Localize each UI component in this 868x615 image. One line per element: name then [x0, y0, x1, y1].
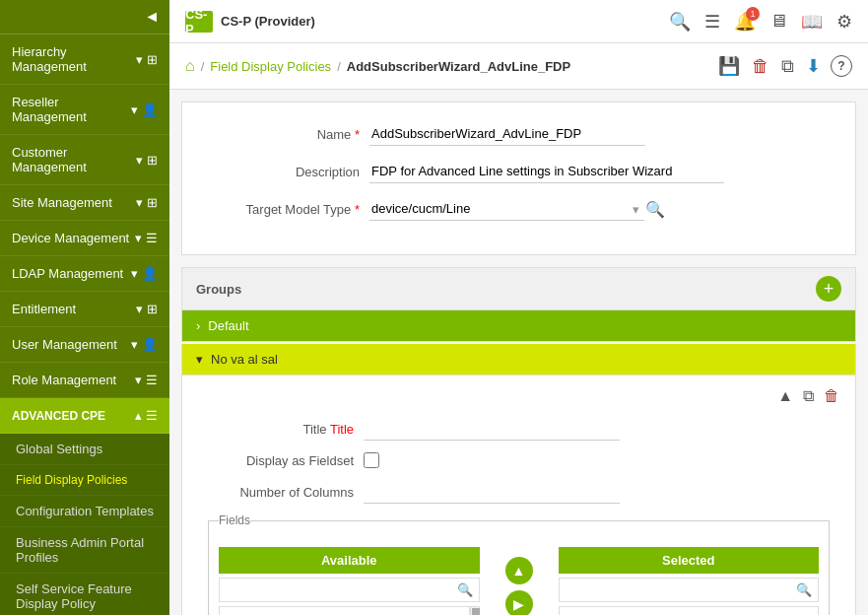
person-icon: 👤: [142, 266, 158, 281]
sidebar-item-label: Hierarchy Management: [12, 44, 136, 74]
sidebar-item-device[interactable]: Device Management ▾ ☰: [0, 221, 169, 256]
subgroup-actions: ▲ ⧉ 🗑: [196, 385, 841, 407]
breadcrumb: ⌂ / Field Display Policies / AddSubscrib…: [169, 43, 868, 90]
sidebar-sub-item-config-templates[interactable]: Configuration Templates: [0, 496, 169, 527]
fields-available-search: 🔍: [219, 578, 480, 602]
notification-icon[interactable]: 🔔 1: [734, 11, 756, 33]
chevron-up-icon: ▴: [135, 408, 142, 423]
gear-icon[interactable]: ⚙: [836, 11, 852, 33]
sidebar-item-user[interactable]: User Management ▾ 👤: [0, 327, 169, 363]
sidebar-item-label: LDAP Management: [12, 266, 123, 281]
book-icon[interactable]: 📖: [801, 11, 823, 33]
list-item[interactable]: aarDestinationMask: [220, 607, 469, 615]
fields-selected-search-input[interactable]: [560, 580, 791, 601]
group-highlighted-label: No va al sal: [211, 352, 278, 367]
list-icon[interactable]: ☰: [704, 11, 720, 33]
subgroup-copy-button[interactable]: ⧉: [801, 385, 816, 407]
breadcrumb-link1[interactable]: Field Display Policies: [210, 59, 331, 74]
subgroup-title-input[interactable]: [364, 417, 620, 441]
subgroup-fieldset-checkbox[interactable]: [364, 452, 379, 468]
sidebar-item-label: Device Management: [12, 231, 129, 245]
group-default-row: › Default: [181, 310, 856, 342]
group-expand-icon: ›: [196, 318, 200, 333]
sidebar-item-ldap[interactable]: LDAP Management ▾ 👤: [0, 256, 169, 292]
form-row-description: Description: [202, 160, 835, 183]
brand: CS-P CS-P (Provider): [185, 11, 315, 33]
fields-legend: Fields: [219, 513, 250, 527]
transfer-up-button[interactable]: ▲: [505, 557, 533, 584]
save-button[interactable]: 💾: [716, 53, 742, 79]
monitor-icon[interactable]: 🖥: [769, 11, 787, 32]
subgroup-fieldset-row: Display as Fieldset: [196, 452, 841, 468]
sidebar-header: ◄: [0, 0, 169, 34]
help-button[interactable]: ?: [831, 55, 852, 77]
sidebar-item-label: Entitlement: [12, 302, 76, 316]
subgroup-columns-input[interactable]: [364, 480, 620, 504]
target-model-select[interactable]: device/cucm/Line: [369, 197, 644, 221]
breadcrumb-sep1: /: [201, 59, 205, 74]
delete-button[interactable]: 🗑: [750, 54, 771, 79]
sidebar-item-label: Site Management: [12, 195, 112, 210]
subgroup-columns-row: Number of Columns: [196, 480, 841, 504]
chevron-down-icon: ▾: [131, 337, 138, 352]
main-content: CS-P CS-P (Provider) 🔍 ☰ 🔔 1 🖥 📖 ⚙ ⌂ / F…: [169, 0, 868, 615]
group-default-header[interactable]: › Default: [182, 310, 855, 341]
description-input[interactable]: [369, 160, 724, 183]
sidebar-item-customer[interactable]: Customer Management ▾ ⊞: [0, 135, 169, 185]
fields-list-wrapper: aarDestinationMask aarKeepCallHistory aa…: [219, 606, 480, 615]
sidebar-collapse-icon[interactable]: ◄: [144, 8, 160, 26]
chevron-down-icon: ▾: [135, 373, 142, 387]
transfer-right-button[interactable]: ▶: [505, 590, 533, 615]
target-model-search-icon[interactable]: 🔍: [645, 200, 665, 219]
grid-icon: ⊞: [147, 195, 158, 210]
person-icon: 👤: [142, 102, 158, 117]
fields-search-icon: 🔍: [451, 579, 479, 601]
notification-badge: 1: [746, 7, 760, 21]
sidebar-item-hierarchy[interactable]: Hierarchy Management ▾ ⊞: [0, 34, 169, 85]
chevron-down-icon: ▾: [136, 153, 143, 168]
add-group-button[interactable]: +: [816, 276, 841, 302]
name-input[interactable]: [369, 122, 645, 146]
search-icon[interactable]: 🔍: [669, 11, 691, 33]
fields-selected-search-icon: 🔍: [790, 579, 818, 601]
copy-button[interactable]: ⧉: [779, 54, 796, 79]
content-area: ⌂ / Field Display Policies / AddSubscrib…: [169, 43, 868, 615]
grid-icon: ⊞: [147, 302, 158, 316]
breadcrumb-home[interactable]: ⌂: [185, 57, 195, 75]
sidebar-item-role[interactable]: Role Management ▾ ☰: [0, 363, 169, 398]
subgroup-delete-button[interactable]: 🗑: [822, 385, 841, 407]
sidebar-item-site[interactable]: Site Management ▾ ⊞: [0, 185, 169, 221]
fields-columns: Available 🔍 aarDestinationMask: [219, 547, 819, 615]
sidebar-sub-item-field-display[interactable]: Field Display Policies: [0, 465, 169, 496]
form-row-name: Name *: [202, 122, 835, 146]
subgroup-form: Title Title Display as Fieldset Number o…: [196, 417, 841, 504]
subgroup-panel: ▲ ⧉ 🗑 Title Title Display as Fieldset: [182, 375, 855, 615]
subgroup-move-up-button[interactable]: ▲: [775, 385, 795, 407]
sidebar-sub-item-self-service[interactable]: Self Service Feature Display Policy: [0, 574, 169, 615]
breadcrumb-current: AddSubscriberWizard_AdvLine_FDP: [347, 59, 570, 74]
group-collapse-icon: ▾: [196, 352, 203, 367]
subgroup-fieldset-label: Display as Fieldset: [196, 453, 354, 468]
form-row-target-model: Target Model Type * device/cucm/Line ▾ 🔍: [202, 197, 835, 221]
fields-available-list[interactable]: aarDestinationMask aarKeepCallHistory aa…: [219, 606, 470, 615]
sidebar-sub-item-global-settings[interactable]: Global Settings: [0, 434, 169, 465]
fields-available-search-input[interactable]: [220, 580, 451, 601]
subgroup-columns-label: Number of Columns: [196, 485, 354, 500]
brand-icon: CS-P: [185, 11, 213, 33]
scrollbar[interactable]: [470, 606, 480, 615]
breadcrumb-actions: 💾 🗑 ⧉ ⬇ ?: [716, 53, 852, 79]
fields-selected-list[interactable]: [559, 606, 820, 615]
sidebar-item-entitlement[interactable]: Entitlement ▾ ⊞: [0, 292, 169, 327]
sidebar-item-reseller[interactable]: Reseller Management ▾ 👤: [0, 85, 169, 135]
group-default-label: Default: [208, 318, 248, 333]
sidebar-item-advanced-cpe[interactable]: ADVANCED CPE ▴ ☰: [0, 398, 169, 434]
form-area: Name * Description Target Model Type * d…: [181, 102, 856, 255]
groups-bar: Groups +: [181, 267, 856, 310]
name-label: Name *: [202, 127, 360, 142]
sidebar-sub-item-bap[interactable]: Business Admin Portal Profiles: [0, 527, 169, 574]
sidebar-item-label: Reseller Management: [12, 95, 131, 124]
group-highlighted-header[interactable]: ▾ No va al sal: [182, 344, 855, 375]
download-button[interactable]: ⬇: [804, 53, 823, 79]
subgroup-title-row: Title Title: [196, 417, 841, 441]
fields-selected-header: Selected: [559, 547, 820, 574]
